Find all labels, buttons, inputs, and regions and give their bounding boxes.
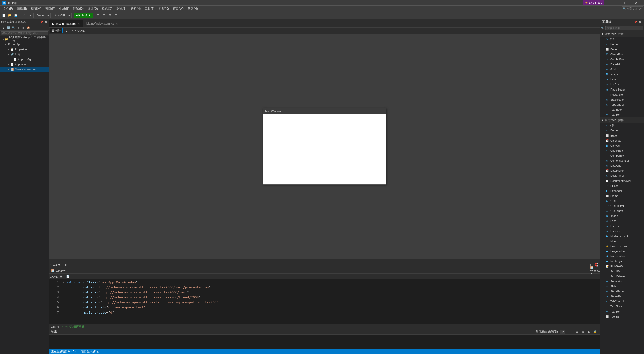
toolbox-item-textbox-all[interactable]: ▭ TextBox [600, 309, 644, 314]
toolbox-item-listbox-all[interactable]: ≡ ListBox [600, 224, 644, 229]
toolbox-item-documentviewer-all[interactable]: 📄 DocumentViewer [600, 178, 644, 183]
toolbox-item-listbox-common[interactable]: ≡ ListBox [600, 82, 644, 87]
toolbox-item-menu-all[interactable]: ☰ Menu [600, 239, 644, 244]
toolbox-item-radiobutton-common[interactable]: ◉ RadioButton [600, 87, 644, 92]
menu-project[interactable]: 项目(P) [43, 6, 57, 12]
toolbox-item-stackpanel-common[interactable]: ⊟ StackPanel [600, 97, 644, 102]
tree-item-references[interactable]: ▶ 🔗 引用 [0, 52, 49, 57]
toolbox-item-ellipse-all[interactable]: ○ Ellipse [600, 183, 644, 188]
zoom-fit-btn[interactable]: ⊞ [63, 262, 69, 268]
menu-format[interactable]: 格式(O) [100, 6, 114, 12]
menu-analyze[interactable]: 分析(N) [129, 6, 143, 12]
live-share-button[interactable]: ⚡ Live Share [583, 0, 604, 5]
sol-btn-4[interactable]: ↕ [16, 26, 21, 30]
toolbox-item-expander-all[interactable]: ▶ Expander [600, 188, 644, 193]
undo-btn[interactable]: ↩ [21, 13, 26, 18]
toolbox-item-tabcontrol-all[interactable]: ⊡ TabControl [600, 299, 644, 304]
output-btn3[interactable]: 🗑 [580, 329, 586, 335]
solution-node[interactable]: ▼ 📁 解决方案'testApp'(1 个项目/共 1 个) [0, 37, 49, 42]
h-scroll-bar[interactable] [49, 259, 600, 262]
design-view-btn[interactable]: 🖼 设计 [50, 28, 63, 33]
toolbox-item-datagrid-all[interactable]: ⊞ DataGrid [600, 163, 644, 168]
toolbox-item-pointer-common[interactable]: ↖ 指针 [600, 37, 644, 42]
sidebar-pin-btn[interactable]: 📌 [39, 20, 43, 24]
toolbox-item-textblock-common[interactable]: T TextBlock [600, 107, 644, 112]
toolbox-item-textbox-common[interactable]: ▭ TextBox [600, 112, 644, 117]
tab-mainwindow-xaml-close[interactable]: ✕ [78, 22, 80, 25]
toolbox-item-stackpanel-all[interactable]: ⊟ StackPanel [600, 289, 644, 294]
zoom-in-btn[interactable]: + [70, 262, 75, 268]
toolbox-item-border-common[interactable]: ▭ Border [600, 42, 644, 47]
menu-debug[interactable]: 调试(D) [71, 6, 86, 12]
output-btn4[interactable]: ⊞ [586, 329, 592, 335]
output-source-dropdown[interactable] [560, 330, 565, 334]
toolbox-item-grid-common[interactable]: ⊞ Grid [600, 67, 644, 72]
tab-mainwindow-xaml[interactable]: MainWindow.xaml ✕ [49, 20, 83, 27]
tree-item-app-config[interactable]: 📄 App.config [0, 57, 49, 62]
toolbox-item-scrollbar-all[interactable]: ↕ ScrollBar [600, 269, 644, 274]
toolbox-item-mediaelement-all[interactable]: ▶ MediaElement [600, 234, 644, 239]
debug-config-dropdown[interactable]: Debug [35, 13, 51, 18]
minimize-button[interactable]: ─ [605, 0, 617, 6]
sol-btn-6[interactable]: 🏠 [26, 26, 31, 30]
xaml-btn2[interactable]: 📄 [65, 274, 71, 279]
toolbox-item-toolbar-all[interactable]: ⬜ ToolBar [600, 314, 644, 319]
tree-item-properties[interactable]: ▶ 📋 Properties [0, 47, 49, 52]
output-btn5[interactable]: 🔒 [592, 329, 598, 335]
line-fold-1[interactable]: ⊟ [63, 280, 66, 283]
toolbox-item-slider-all[interactable]: ⊣ Slider [600, 284, 644, 289]
toolbox-item-richtextbox-all[interactable]: 📝 RichTextBox [600, 264, 644, 269]
toolbox-item-image-common[interactable]: 🖼 Image [600, 72, 644, 77]
toolbox-item-border-all[interactable]: ▭ Border [600, 128, 644, 133]
toolbox-item-checkbox-all[interactable]: ☑ CheckBox [600, 148, 644, 153]
toolbox-item-datepicker-all[interactable]: 📅 DatePicker [600, 168, 644, 173]
toolbox-item-listview-all[interactable]: ≡ ListView [600, 229, 644, 234]
toolbox-item-statusbar-all[interactable]: ━ StatusBar [600, 294, 644, 299]
toolbox-item-grid-all[interactable]: ⊞ Grid [600, 198, 644, 203]
toolbox-item-progressbar-all[interactable]: ▬ ProgressBar [600, 249, 644, 254]
toolbox-pin-btn[interactable]: 📌 [633, 20, 637, 24]
menu-edit[interactable]: 编辑(E) [15, 6, 29, 12]
toolbox-item-calendar-all[interactable]: 📅 Calendar [600, 138, 644, 143]
tab-mainwindow-cs-close[interactable]: ✕ [116, 22, 118, 25]
save-btn[interactable]: 💾 [13, 13, 19, 18]
toolbar-btn-extra3[interactable]: ⊠ [107, 13, 113, 18]
xaml-view-btn[interactable]: </> XAML [70, 28, 86, 33]
sol-btn-5[interactable]: ⊞ [21, 26, 26, 30]
toolbox-item-tabcontrol-common[interactable]: ⊡ TabControl [600, 102, 644, 107]
toolbox-item-scrollviewer-all[interactable]: ↕ ScrollViewer [600, 274, 644, 279]
toolbox-item-button-common[interactable]: ⬜ Button [600, 47, 644, 52]
search-box[interactable]: 🔍 搜索(Ctrl+Q) [622, 6, 643, 11]
open-btn[interactable]: 📂 [7, 13, 13, 18]
redo-btn[interactable]: ↪ [27, 13, 32, 18]
menu-help[interactable]: 帮助(H) [186, 6, 200, 12]
toolbox-item-combobox-all[interactable]: ▽ ComboBox [600, 153, 644, 158]
toolbox-item-label-common[interactable]: A Label [600, 77, 644, 82]
toolbox-item-separator-all[interactable]: ─ Separator [600, 279, 644, 284]
sol-btn-1[interactable]: ⚙ [1, 26, 6, 30]
run-button[interactable]: ▶ ▶ 启动 ▼ [74, 13, 93, 18]
new-file-btn[interactable]: 📄 [1, 13, 7, 18]
sol-btn-3[interactable]: 🔍 [11, 26, 16, 30]
toolbox-item-contentcontrol-all[interactable]: ⊞ ContentControl [600, 158, 644, 163]
code-editor[interactable]: 1 ⊟ <Window x:Class="testApp.MainWindow"… [49, 279, 600, 324]
toolbox-item-rectangle-all[interactable]: ▬ Rectangle [600, 259, 644, 264]
toolbox-item-dockpanel-all[interactable]: ⊡ DockPanel [600, 173, 644, 178]
toolbox-item-frame-all[interactable]: ⬜ Frame [600, 193, 644, 198]
toolbox-item-radiobutton-all[interactable]: ◉ RadioButton [600, 254, 644, 259]
sol-btn-2[interactable]: 🔄 [6, 26, 11, 30]
toolbox-close-btn[interactable]: ✕ [638, 20, 642, 24]
toolbar-btn-extra1[interactable]: ⊞ [95, 13, 101, 18]
toolbox-search-input[interactable] [605, 26, 643, 30]
toolbox-item-image-all[interactable]: 🖼 Image [600, 213, 644, 218]
menu-build[interactable]: 生成(B) [57, 6, 71, 12]
menu-design[interactable]: 设计(G) [86, 6, 100, 12]
output-btn1[interactable]: ⏮ [568, 329, 574, 335]
breadcrumb-expand-btn[interactable]: 🪟 Window ▼ [592, 268, 598, 274]
output-btn2[interactable]: ⏭ [574, 329, 580, 335]
toolbox-item-combobox-common[interactable]: ▽ ComboBox [600, 57, 644, 62]
maximize-button[interactable]: □ [618, 0, 629, 6]
toolbox-item-datagrid-common[interactable]: ⊞ DataGrid [600, 62, 644, 67]
tree-item-mainwindow-xaml[interactable]: ▶ 🪟 MainWindow.xaml [0, 67, 49, 72]
menu-extensions[interactable]: 扩展(X) [157, 6, 171, 12]
